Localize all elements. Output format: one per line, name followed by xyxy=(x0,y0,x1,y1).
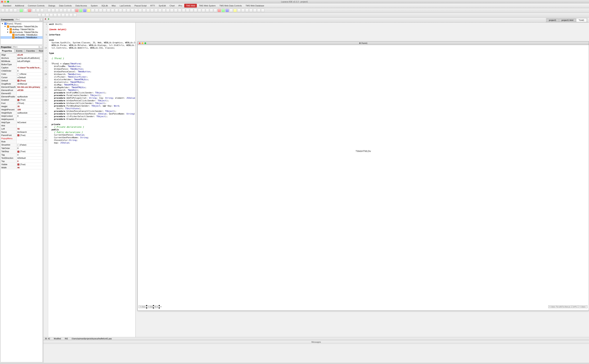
palette-component-icon[interactable] xyxy=(233,9,237,12)
form-max-icon[interactable] xyxy=(144,42,146,44)
tree-item[interactable]: ▾divMapHolder: TWebHTMLDiv xyxy=(0,25,43,28)
form-designer[interactable]: ⚙ Form1 TWebHTMLDiv <i class<i class="fa… xyxy=(136,23,589,337)
palette-tab-synedit[interactable]: SynEdit xyxy=(157,4,167,7)
palette-component-icon[interactable] xyxy=(79,9,83,12)
property-row[interactable]: TabStop(True) xyxy=(0,150,43,153)
property-row[interactable]: ElementFontefCSS xyxy=(0,89,43,92)
palette-component-icon[interactable] xyxy=(222,9,225,12)
palette-component-icon[interactable] xyxy=(186,9,189,12)
property-row[interactable]: Caption<i class="fa-solid fa-magnifyir xyxy=(0,66,43,69)
design-button[interactable]: <i class xyxy=(139,306,146,308)
palette-component-icon[interactable] xyxy=(69,13,73,17)
palette-component-icon[interactable] xyxy=(257,9,261,12)
prop-tab-properties[interactable]: Properties xyxy=(0,49,14,52)
palette-component-icon[interactable] xyxy=(55,9,59,12)
save-icon[interactable] xyxy=(9,9,13,12)
palette-component-icon[interactable] xyxy=(225,9,229,12)
palette-tab-data-access[interactable]: Data Access xyxy=(74,4,89,7)
palette-component-icon[interactable] xyxy=(73,13,77,17)
file-tab[interactable]: project1.html xyxy=(559,18,576,22)
palette-component-icon[interactable] xyxy=(135,9,138,12)
palette-tab-system[interactable]: System xyxy=(89,4,99,7)
property-row[interactable]: HeightStylessAbsolute xyxy=(0,111,43,115)
palette-tab-lazcontrols[interactable]: LazControls xyxy=(118,4,132,7)
tree-item[interactable]: ▾divMap: TWebHTMLDiv xyxy=(0,28,43,31)
palette-component-icon[interactable] xyxy=(245,9,249,12)
palette-tab-pascal-script[interactable]: Pascal Script xyxy=(133,4,148,7)
palette-component-icon[interactable] xyxy=(162,9,166,12)
filter-clear-icon[interactable] xyxy=(40,18,42,21)
palette-component-icon[interactable] xyxy=(166,9,170,12)
palette-component-icon[interactable] xyxy=(214,9,217,12)
palette-component-icon[interactable] xyxy=(127,9,130,12)
palette-component-icon[interactable] xyxy=(210,9,213,12)
prop-tab-favorites[interactable]: Favorites xyxy=(25,49,37,52)
palette-component-icon[interactable] xyxy=(46,13,49,17)
palette-tab-sqldb[interactable]: SQLdb xyxy=(100,4,109,7)
property-row[interactable]: DragModedmManual xyxy=(0,82,43,85)
palette-component-icon[interactable] xyxy=(154,9,158,12)
property-row[interactable]: Hint xyxy=(0,124,43,127)
property-row[interactable]: ElementID xyxy=(0,92,43,95)
palette-component-icon[interactable] xyxy=(53,13,57,17)
palette-component-icon[interactable] xyxy=(174,9,177,12)
property-row[interactable]: BiDiModebdLeftToRight xyxy=(0,60,43,63)
palette-component-icon[interactable] xyxy=(38,13,41,17)
palette-tab-data-controls[interactable]: Data Controls xyxy=(57,4,73,7)
component-tree[interactable]: ▾Form1: TForm1▾divMapHolder: TWebHTMLDiv… xyxy=(0,22,43,45)
property-row[interactable]: PopupMenu xyxy=(0,137,43,140)
tree-item[interactable]: btnSearch: TWebButton xyxy=(0,36,43,39)
prop-tab-events[interactable]: Events xyxy=(14,49,25,52)
form-min-icon[interactable] xyxy=(142,42,143,44)
palette-component-icon[interactable] xyxy=(249,9,253,12)
design-button[interactable]: lorPic xyxy=(572,306,578,308)
palette-tab-standard[interactable]: Standard xyxy=(1,4,13,7)
components-filter[interactable] xyxy=(14,18,40,21)
design-button[interactable]: <i class="fa-sc xyxy=(147,306,159,308)
palette-tab-rtti[interactable]: RTTI xyxy=(149,4,157,7)
property-row[interactable]: ElementClassNbtn btn-sm btn-primary xyxy=(0,85,43,89)
property-row[interactable]: HelpKeyword xyxy=(0,118,43,121)
design-form-body[interactable]: TWebHTMLDiv <i class<i class="fa-sc<i cl… xyxy=(138,45,589,311)
close-icon[interactable] xyxy=(1,1,3,3)
palette-component-icon[interactable] xyxy=(138,9,142,12)
stop-icon[interactable] xyxy=(28,9,31,12)
code-editor[interactable]: 1···5····10····15····20····25····30····3… xyxy=(43,23,136,337)
step-over-icon[interactable] xyxy=(32,9,35,12)
tree-item[interactable]: ▾Form1: TForm1 xyxy=(0,22,43,25)
file-tab[interactable]: project1 xyxy=(546,18,559,22)
run-icon[interactable] xyxy=(20,9,23,12)
palette-tab-tms-web-system[interactable]: TMS Web System xyxy=(197,4,217,7)
property-row[interactable]: Visible(True) xyxy=(0,163,43,166)
htmldiv-placeholder[interactable]: TWebHTMLDiv xyxy=(356,150,371,153)
design-form[interactable]: ⚙ Form1 TWebHTMLDiv <i class<i class="fa… xyxy=(137,41,589,311)
palette-component-icon[interactable] xyxy=(91,9,94,12)
palette-component-icon[interactable] xyxy=(237,9,241,12)
palette-component-icon[interactable] xyxy=(241,9,245,12)
palette-component-icon[interactable] xyxy=(115,9,118,12)
design-button[interactable]: <i class="fa-solid fa-draw-po xyxy=(548,306,571,308)
palette-component-icon[interactable] xyxy=(170,9,173,12)
palette-component-icon[interactable] xyxy=(253,9,256,12)
file-tab[interactable]: *Unit1 xyxy=(576,18,587,22)
messages-panel[interactable]: Messages xyxy=(43,340,589,363)
palette-tab-common-controls[interactable]: Common Controls xyxy=(26,4,46,7)
property-row[interactable]: Height35 xyxy=(0,105,43,108)
new-icon[interactable] xyxy=(1,9,5,12)
property-row[interactable]: Width96 xyxy=(0,166,43,169)
palette-tab-misc[interactable]: Misc xyxy=(110,4,118,7)
palette-component-icon[interactable] xyxy=(58,13,61,17)
property-row[interactable]: CursorcrDefault xyxy=(0,76,43,79)
palette-tab-chart[interactable]: Chart xyxy=(168,4,176,7)
maximize-icon[interactable] xyxy=(7,1,9,3)
code-content[interactable]: unit Unit1; {$mode delphi} interface use… xyxy=(48,23,136,337)
palette-component-icon[interactable] xyxy=(146,9,150,12)
property-row[interactable]: HelpContext0 xyxy=(0,115,43,118)
palette-tab-tms-web-database[interactable]: TMS Web Database xyxy=(244,4,266,7)
palette-component-icon[interactable] xyxy=(229,9,233,12)
property-row[interactable]: AlignalLeft xyxy=(0,53,43,57)
tree-item[interactable]: btnFindMe: TWebButton xyxy=(0,33,43,36)
palette-component-icon[interactable] xyxy=(194,9,197,12)
tree-item[interactable]: ▾divControls: TWebHTMLDiv xyxy=(0,31,43,33)
palette-component-icon[interactable] xyxy=(123,9,126,12)
